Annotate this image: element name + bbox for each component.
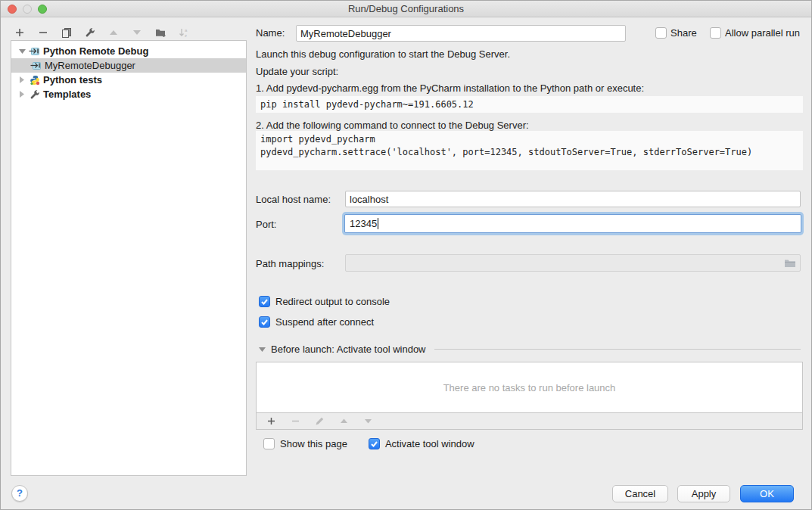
allow-parallel-run-label: Allow parallel run [725, 27, 800, 39]
activate-tool-window-checkbox[interactable] [369, 438, 380, 449]
svg-text:z: z [185, 33, 187, 38]
pip-install-command: pip install pydevd-pycharm~=191.6605.12 [260, 99, 474, 110]
local-host-name-input[interactable] [345, 191, 801, 207]
path-mappings-input[interactable] [345, 254, 801, 272]
run-debug-configurations-dialog: Run/Debug Configurations az [0, 0, 812, 510]
remote-debug-config-icon [29, 46, 40, 57]
suspend-after-connect-checkbox[interactable] [259, 316, 270, 328]
copy-icon[interactable] [60, 26, 73, 39]
name-row: Name: Share Allow parallel run [256, 25, 803, 42]
remove-icon[interactable] [36, 26, 50, 39]
tree-item-label: Python tests [43, 74, 102, 86]
path-mappings-label: Path mappings: [256, 258, 324, 269]
cancel-button[interactable]: Cancel [612, 485, 668, 502]
section-divider [434, 349, 801, 350]
before-launch-options-row: Show this page Activate tool window [263, 438, 474, 449]
name-input[interactable] [296, 25, 626, 42]
chevron-collapsed-icon[interactable] [18, 91, 26, 98]
description-line-2: Update your script: [256, 66, 338, 77]
help-button[interactable]: ? [11, 485, 28, 502]
port-label: Port: [256, 219, 276, 230]
chevron-expanded-icon[interactable] [18, 48, 26, 54]
configuration-form: Name: Share Allow parallel run Launch th… [256, 1, 803, 510]
wrench-icon [29, 89, 40, 100]
show-this-page-checkbox[interactable] [263, 438, 275, 449]
activate-tool-window-label: Activate tool window [385, 438, 474, 449]
tree-item-myremotedebugger[interactable]: MyRemoteDebugger [11, 58, 246, 73]
description-line-1: Launch this debug configuration to start… [256, 48, 510, 60]
before-launch-empty-text: There are no tasks to run before launch [257, 362, 802, 412]
ok-button[interactable]: OK [740, 485, 794, 502]
redirect-output-checkbox[interactable] [259, 296, 270, 307]
svg-text:a: a [185, 28, 188, 33]
step-2-text: 2. Add the following command to connect … [256, 120, 529, 131]
step-1-text: 1. Add pydevd-pycharm.egg from the PyCha… [256, 82, 644, 94]
share-label: Share [670, 27, 697, 39]
folder-icon[interactable] [784, 258, 796, 270]
section-collapse-icon[interactable] [259, 347, 266, 353]
text-caret [378, 218, 378, 229]
edit-icon[interactable] [83, 26, 97, 39]
port-input[interactable]: 12345 [344, 214, 801, 233]
redirect-output-label: Redirect output to console [275, 296, 390, 307]
share-checkbox[interactable] [655, 27, 667, 39]
remove-task-icon [288, 415, 302, 428]
edit-task-icon [313, 415, 326, 428]
move-task-down-icon [361, 415, 375, 428]
before-launch-toolbar [257, 412, 802, 429]
before-launch-header[interactable]: Before launch: Activate tool window [259, 344, 801, 355]
redirect-output-row[interactable]: Redirect output to console [259, 294, 390, 308]
new-folder-icon[interactable] [154, 26, 167, 39]
name-label: Name: [256, 27, 285, 39]
share-checkbox-box[interactable] [655, 27, 667, 39]
settrace-code-line-2: pydevd_pycharm.settrace('localhost', por… [260, 146, 798, 159]
apply-button[interactable]: Apply [677, 485, 730, 502]
settrace-code-line-1: import pydevd_pycharm [260, 133, 798, 146]
pip-install-code-block: pip install pydevd-pycharm~=191.6605.12 [256, 96, 803, 113]
add-task-icon[interactable] [264, 415, 278, 428]
add-icon[interactable] [13, 26, 26, 39]
tree-item-label: Templates [43, 89, 91, 100]
configurations-tree: Python Remote Debug MyRemoteDebugger Pyt… [11, 40, 247, 476]
move-task-up-icon [337, 415, 350, 428]
before-launch-task-list: There are no tasks to run before launch [256, 362, 803, 430]
remote-debug-config-icon [30, 61, 42, 71]
port-value: 12345 [350, 218, 377, 229]
allow-parallel-run-checkbox[interactable] [710, 27, 721, 39]
tree-item-python-remote-debug[interactable]: Python Remote Debug [11, 44, 246, 58]
tree-item-label: Python Remote Debug [43, 45, 148, 57]
settrace-code-block: import pydevd_pycharm pydevd_pycharm.set… [256, 131, 803, 170]
python-icon [29, 75, 40, 86]
tree-item-label: MyRemoteDebugger [45, 60, 135, 71]
suspend-after-connect-label: Suspend after connect [275, 316, 374, 328]
move-up-icon [107, 26, 120, 39]
configurations-toolbar: az [13, 25, 191, 40]
sort-icon: az [177, 26, 191, 39]
tree-item-templates[interactable]: Templates [11, 87, 246, 101]
show-this-page-label: Show this page [280, 438, 347, 449]
before-launch-title: Before launch: Activate tool window [271, 344, 426, 355]
allow-parallel-run-checkbox-box[interactable] [710, 27, 721, 39]
local-host-name-label: Local host name: [256, 194, 331, 205]
chevron-collapsed-icon[interactable] [18, 76, 26, 83]
suspend-after-connect-row[interactable]: Suspend after connect [259, 315, 374, 328]
tree-item-python-tests[interactable]: Python tests [11, 73, 246, 87]
move-down-icon [130, 26, 144, 39]
